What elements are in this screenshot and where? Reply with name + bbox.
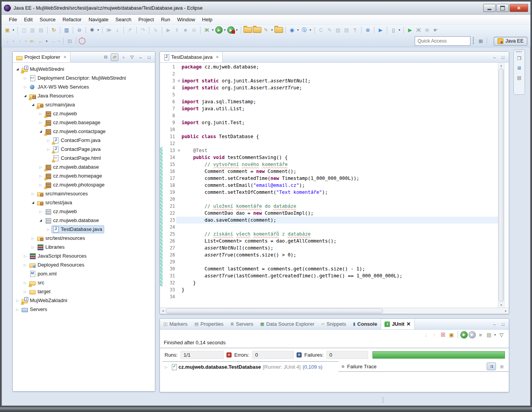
menu-help[interactable]: Help [199,15,216,24]
expand-arrow-icon[interactable]: ▷ [22,290,28,294]
line-number[interactable]: 8 [163,112,176,119]
code-line[interactable]: 7import java.util.List; [160,105,498,112]
back-history-dropdown-icon[interactable]: ▾ [45,39,48,43]
code-line[interactable]: 32 } [160,279,498,286]
line-number[interactable]: 28 [163,251,176,258]
debug-icon[interactable]: Ж [203,26,211,34]
expand-arrow-icon[interactable]: ▷ [30,236,36,240]
tree-item-cz-mujweb-photospage[interactable]: ▷cz.mujweb.photospage [13,180,155,189]
code-line[interactable]: 10 [160,126,498,133]
code-line[interactable]: 23 dao.saveComment(comment); [160,217,498,224]
show-failures-only-icon[interactable]: ☒ [439,331,447,338]
mobile-preview-dropdown-icon[interactable]: ▾ [398,28,401,32]
menu-window[interactable]: Window [174,15,199,24]
external-tools-dropdown-icon[interactable]: ▾ [96,28,100,32]
close-button[interactable]: ✕ [510,4,528,12]
test-run-history-dropdown-icon[interactable]: ▾ [493,333,497,337]
code-line[interactable]: 19 comment.setTextOfComment("Text koment… [160,189,498,196]
back-history-icon[interactable]: ← [37,37,45,45]
menu-search[interactable]: Search [112,15,135,24]
task-list-view-icon[interactable]: ▤ [516,74,523,81]
publish-server-icon[interactable]: ☛ [432,26,439,34]
tab-markers[interactable]: ◫Markers [160,319,191,329]
tree-item-src-main-resources[interactable]: ▷src/main/resources [13,189,155,198]
close-tab-icon[interactable]: ✕ [407,321,411,327]
menu-project[interactable]: Project [135,15,157,24]
menu-file[interactable]: File [5,15,21,24]
expand-arrow-icon[interactable]: ▷ [14,299,21,303]
code-line[interactable]: 18 comment.setEmail("email@email.cz"); [160,182,498,189]
restore-button[interactable] [496,4,509,12]
test-run-history-icon[interactable]: ▤ [485,331,493,338]
code-line[interactable]: 2 [160,70,498,77]
tree-item-src-main-java[interactable]: ◢src/main/java [13,100,155,109]
vertical-scrollbar[interactable]: ▲ ▼ [498,63,504,308]
tree-item-src-test-java[interactable]: ◢src/test/java [13,198,155,207]
code-line[interactable]: 8 [160,112,498,119]
line-number[interactable]: 29 [163,258,176,265]
tree-item-libraries[interactable]: ▷Libraries [13,243,155,251]
tree-item-cz-mujweb-homepage[interactable]: ▷cz.mujweb.homepage [13,171,155,180]
menu-source[interactable]: Source [36,15,59,24]
tree-item-cz-mujweb-database[interactable]: ◢cz.mujweb.database [13,216,155,225]
tree-item-mujwebzakladni[interactable]: ▷MujWebZakladni [13,296,155,305]
skip-all-breakpoints-icon[interactable]: ≫ [105,26,113,34]
highlighter-dropdown-icon[interactable]: ▾ [270,28,274,32]
line-number[interactable]: 4 [163,84,176,91]
run-on-server-icon[interactable]: ▶ [377,26,384,34]
tab-junit[interactable]: JJUnit✕ [381,319,414,329]
expand-arrow-icon[interactable]: ▷ [38,174,44,178]
last-edit-location-icon[interactable]: ⇐ [28,37,36,45]
debug-dropdown-icon[interactable]: ▾ [211,28,215,32]
line-number[interactable]: 6 [163,98,176,105]
expand-arrow-icon[interactable]: ▷ [38,165,44,169]
scroll-lock-icon[interactable]: ▣ [448,331,455,338]
tree-item-contactpage-java[interactable]: ▷ContactPage.java [13,145,155,154]
maximize-view-icon[interactable]: □ [499,54,506,61]
line-number[interactable]: 14 [163,154,176,161]
code-line[interactable]: 16 Comment comment = new Comment(); [160,168,498,175]
tree-item-src-test-resources[interactable]: ▷src/test/resources [13,234,155,243]
new-dynamic-web-project-dropdown-icon[interactable]: ▾ [296,28,300,32]
collapse-all-icon[interactable]: ⊟ [102,54,109,61]
tab-servers[interactable]: ≣Servers [227,319,257,329]
menu-refactor[interactable]: Refactor [59,15,85,24]
expand-arrow-icon[interactable]: ▷ [22,281,28,285]
new-dynamic-web-project-icon[interactable]: ◉ [288,26,296,34]
view-menu-icon[interactable]: ▽ [498,331,505,338]
tree-item-jax-ws-web-services[interactable]: ▷JAX-WS Web Services [13,82,155,91]
collapse-arrow-icon[interactable]: ◢ [22,94,28,97]
open-perspective-icon[interactable]: ⊞ [477,37,484,45]
expand-arrow-icon[interactable]: ▷ [45,138,51,142]
debug-server-icon[interactable]: Ж [415,26,422,34]
coverage-dropdown-icon[interactable]: ▾ [235,28,239,32]
run-dropdown-icon[interactable]: ▾ [223,28,227,32]
line-number[interactable]: 18 [163,182,176,189]
collapse-arrow-icon[interactable]: ◢ [38,219,44,222]
expand-arrow-icon[interactable]: ▷ [22,254,28,258]
test-results-tree[interactable]: ▷ cz.mujweb.database.TestDatabase [Runne… [162,361,338,392]
line-number[interactable]: 5 [163,91,176,98]
new-wizard-icon[interactable]: ▣ [3,26,11,34]
perspective-java-ee-button[interactable]: Java EE [494,37,527,46]
code-line[interactable]: 6import java.sql.Timestamp; [160,98,498,105]
tree-item-deployed-resources[interactable]: ▷Deployed Resources [13,260,155,269]
start-server-icon[interactable]: ▶ [406,26,414,34]
menu-edit[interactable]: Edit [21,15,36,24]
code-line[interactable]: 5 [160,91,498,98]
code-line[interactable]: 30 Comment lastComment = comments.get(co… [160,265,498,272]
line-number[interactable]: 23 [163,217,176,224]
line-number[interactable]: 24 [163,224,176,231]
tree-item-pom-xml[interactable]: pom.xml [13,269,155,278]
code-line[interactable]: 20 [160,196,498,203]
minimize-view-icon[interactable]: – [137,54,144,61]
open-web-resource-icon[interactable] [253,27,261,33]
tree-item-cz-mujweb-database[interactable]: ▷cz.mujweb.database [13,162,155,171]
external-tools-icon[interactable]: ✱ [88,26,96,34]
filter-down-icon[interactable]: ↓ [113,26,121,34]
minbar-drag-handle[interactable] [516,51,522,52]
line-number[interactable]: 30 [163,265,176,272]
code-line[interactable]: 27 assertNotNull(comments); [160,244,498,251]
code-line[interactable]: 28 assertTrue(comments.size() > 0); [160,251,498,258]
title-bar[interactable]: Java EE - MujWebStredni/src/test/java/cz… [2,2,530,15]
